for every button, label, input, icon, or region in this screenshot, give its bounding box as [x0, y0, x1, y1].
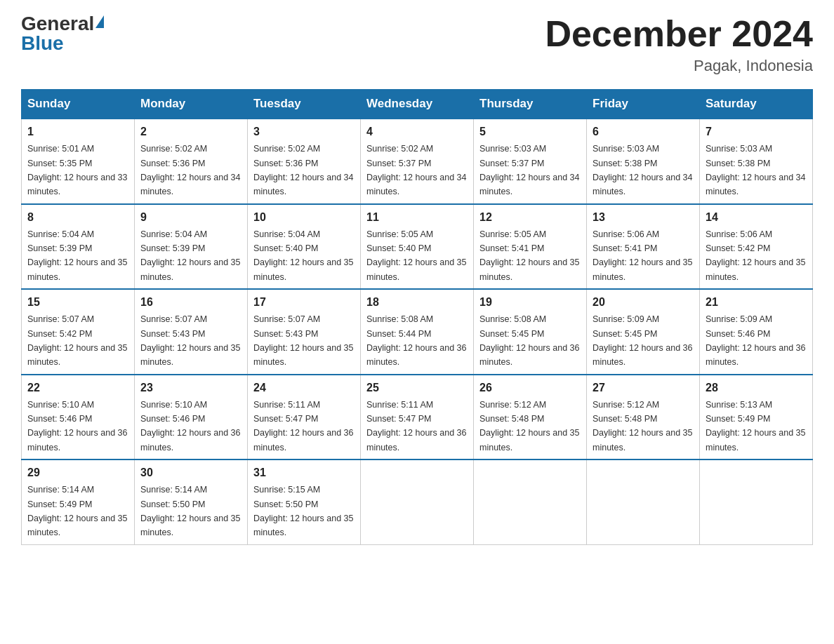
- day-info: Sunrise: 5:11 AMSunset: 5:47 PMDaylight:…: [253, 400, 353, 452]
- day-number: 2: [140, 123, 241, 140]
- col-friday: Friday: [587, 90, 700, 119]
- calendar-cell: 29 Sunrise: 5:14 AMSunset: 5:49 PMDaylig…: [22, 459, 135, 544]
- week-row-2: 8 Sunrise: 5:04 AMSunset: 5:39 PMDayligh…: [22, 204, 813, 290]
- day-info: Sunrise: 5:09 AMSunset: 5:46 PMDaylight:…: [706, 314, 805, 367]
- week-row-1: 1 Sunrise: 5:01 AMSunset: 5:35 PMDayligh…: [22, 119, 813, 204]
- day-info: Sunrise: 5:14 AMSunset: 5:50 PMDaylight:…: [140, 485, 240, 537]
- day-number: 16: [140, 294, 241, 311]
- logo: General Blue: [21, 14, 104, 53]
- calendar-cell: 11 Sunrise: 5:05 AMSunset: 5:40 PMDaylig…: [361, 204, 474, 290]
- day-info: Sunrise: 5:08 AMSunset: 5:44 PMDaylight:…: [366, 314, 466, 367]
- day-number: 24: [253, 380, 355, 396]
- day-number: 13: [593, 209, 694, 226]
- day-number: 14: [706, 209, 807, 226]
- calendar-cell: 15 Sunrise: 5:07 AMSunset: 5:42 PMDaylig…: [22, 289, 135, 375]
- day-number: 1: [27, 123, 128, 140]
- day-number: 4: [366, 123, 468, 140]
- calendar-cell: 1 Sunrise: 5:01 AMSunset: 5:35 PMDayligh…: [22, 119, 135, 204]
- day-number: 26: [479, 380, 581, 396]
- day-number: 19: [479, 294, 581, 311]
- page-header: General Blue December 2024 Pagak, Indone…: [21, 14, 813, 75]
- day-number: 17: [253, 294, 355, 311]
- calendar-cell: 18 Sunrise: 5:08 AMSunset: 5:44 PMDaylig…: [361, 289, 474, 375]
- calendar-cell: 25 Sunrise: 5:11 AMSunset: 5:47 PMDaylig…: [361, 375, 474, 460]
- day-info: Sunrise: 5:05 AMSunset: 5:41 PMDaylight:…: [479, 229, 579, 282]
- calendar-cell: 26 Sunrise: 5:12 AMSunset: 5:48 PMDaylig…: [474, 375, 587, 460]
- day-number: 11: [366, 209, 468, 226]
- calendar-cell: 10 Sunrise: 5:04 AMSunset: 5:40 PMDaylig…: [248, 204, 361, 290]
- col-thursday: Thursday: [474, 90, 587, 119]
- location-subtitle: Pagak, Indonesia: [545, 57, 813, 75]
- calendar-cell: 28 Sunrise: 5:13 AMSunset: 5:49 PMDaylig…: [700, 375, 813, 460]
- day-number: 28: [706, 380, 807, 396]
- calendar-cell: [700, 459, 813, 544]
- calendar-cell: 3 Sunrise: 5:02 AMSunset: 5:36 PMDayligh…: [248, 119, 361, 204]
- day-info: Sunrise: 5:12 AMSunset: 5:48 PMDaylight:…: [479, 400, 579, 452]
- logo-triangle-icon: [95, 15, 104, 28]
- day-info: Sunrise: 5:02 AMSunset: 5:36 PMDaylight:…: [253, 144, 353, 196]
- day-info: Sunrise: 5:07 AMSunset: 5:43 PMDaylight:…: [253, 314, 353, 367]
- day-number: 8: [27, 209, 128, 226]
- day-info: Sunrise: 5:03 AMSunset: 5:38 PMDaylight:…: [706, 144, 805, 196]
- day-number: 15: [27, 294, 128, 311]
- col-wednesday: Wednesday: [361, 90, 474, 119]
- day-info: Sunrise: 5:04 AMSunset: 5:39 PMDaylight:…: [140, 229, 240, 282]
- day-info: Sunrise: 5:10 AMSunset: 5:46 PMDaylight:…: [140, 400, 240, 452]
- calendar-cell: 17 Sunrise: 5:07 AMSunset: 5:43 PMDaylig…: [248, 289, 361, 375]
- calendar-cell: 6 Sunrise: 5:03 AMSunset: 5:38 PMDayligh…: [587, 119, 700, 204]
- day-info: Sunrise: 5:11 AMSunset: 5:47 PMDaylight:…: [366, 400, 466, 452]
- day-info: Sunrise: 5:01 AMSunset: 5:35 PMDaylight:…: [27, 144, 127, 196]
- day-number: 12: [479, 209, 581, 226]
- calendar-cell: 21 Sunrise: 5:09 AMSunset: 5:46 PMDaylig…: [700, 289, 813, 375]
- header-row: Sunday Monday Tuesday Wednesday Thursday…: [22, 90, 813, 119]
- day-number: 18: [366, 294, 468, 311]
- day-info: Sunrise: 5:03 AMSunset: 5:37 PMDaylight:…: [479, 144, 579, 196]
- calendar-cell: [474, 459, 587, 544]
- day-info: Sunrise: 5:07 AMSunset: 5:42 PMDaylight:…: [27, 314, 127, 367]
- day-info: Sunrise: 5:06 AMSunset: 5:41 PMDaylight:…: [593, 229, 692, 282]
- day-number: 22: [27, 380, 128, 396]
- title-block: December 2024 Pagak, Indonesia: [545, 14, 813, 75]
- day-info: Sunrise: 5:04 AMSunset: 5:40 PMDaylight:…: [253, 229, 353, 282]
- calendar-cell: 5 Sunrise: 5:03 AMSunset: 5:37 PMDayligh…: [474, 119, 587, 204]
- day-info: Sunrise: 5:15 AMSunset: 5:50 PMDaylight:…: [253, 485, 353, 537]
- calendar-cell: 16 Sunrise: 5:07 AMSunset: 5:43 PMDaylig…: [135, 289, 248, 375]
- day-number: 9: [140, 209, 241, 226]
- day-info: Sunrise: 5:03 AMSunset: 5:38 PMDaylight:…: [593, 144, 692, 196]
- day-number: 29: [27, 464, 128, 481]
- calendar-cell: 13 Sunrise: 5:06 AMSunset: 5:41 PMDaylig…: [587, 204, 700, 290]
- calendar-cell: 14 Sunrise: 5:06 AMSunset: 5:42 PMDaylig…: [700, 204, 813, 290]
- day-info: Sunrise: 5:04 AMSunset: 5:39 PMDaylight:…: [27, 229, 127, 282]
- day-info: Sunrise: 5:09 AMSunset: 5:45 PMDaylight:…: [593, 314, 692, 367]
- day-number: 7: [706, 123, 807, 140]
- calendar-cell: 22 Sunrise: 5:10 AMSunset: 5:46 PMDaylig…: [22, 375, 135, 460]
- day-number: 25: [366, 380, 468, 396]
- day-number: 20: [593, 294, 694, 311]
- calendar-cell: 23 Sunrise: 5:10 AMSunset: 5:46 PMDaylig…: [135, 375, 248, 460]
- day-info: Sunrise: 5:07 AMSunset: 5:43 PMDaylight:…: [140, 314, 240, 367]
- day-info: Sunrise: 5:02 AMSunset: 5:36 PMDaylight:…: [140, 144, 240, 196]
- calendar-cell: 9 Sunrise: 5:04 AMSunset: 5:39 PMDayligh…: [135, 204, 248, 290]
- calendar-cell: 7 Sunrise: 5:03 AMSunset: 5:38 PMDayligh…: [700, 119, 813, 204]
- week-row-5: 29 Sunrise: 5:14 AMSunset: 5:49 PMDaylig…: [22, 459, 813, 544]
- calendar-cell: 24 Sunrise: 5:11 AMSunset: 5:47 PMDaylig…: [248, 375, 361, 460]
- col-monday: Monday: [135, 90, 248, 119]
- day-number: 5: [479, 123, 581, 140]
- month-title: December 2024: [545, 14, 813, 54]
- calendar-cell: 4 Sunrise: 5:02 AMSunset: 5:37 PMDayligh…: [361, 119, 474, 204]
- day-info: Sunrise: 5:13 AMSunset: 5:49 PMDaylight:…: [706, 400, 805, 452]
- day-info: Sunrise: 5:05 AMSunset: 5:40 PMDaylight:…: [366, 229, 466, 282]
- week-row-4: 22 Sunrise: 5:10 AMSunset: 5:46 PMDaylig…: [22, 375, 813, 460]
- day-info: Sunrise: 5:12 AMSunset: 5:48 PMDaylight:…: [593, 400, 692, 452]
- calendar-cell: 30 Sunrise: 5:14 AMSunset: 5:50 PMDaylig…: [135, 459, 248, 544]
- day-number: 10: [253, 209, 355, 226]
- calendar-cell: 8 Sunrise: 5:04 AMSunset: 5:39 PMDayligh…: [22, 204, 135, 290]
- col-saturday: Saturday: [700, 90, 813, 119]
- calendar-cell: [361, 459, 474, 544]
- calendar-cell: 31 Sunrise: 5:15 AMSunset: 5:50 PMDaylig…: [248, 459, 361, 544]
- col-sunday: Sunday: [22, 90, 135, 119]
- logo-general-text: General: [21, 14, 94, 34]
- calendar-cell: 20 Sunrise: 5:09 AMSunset: 5:45 PMDaylig…: [587, 289, 700, 375]
- calendar-cell: 27 Sunrise: 5:12 AMSunset: 5:48 PMDaylig…: [587, 375, 700, 460]
- day-number: 31: [253, 464, 355, 481]
